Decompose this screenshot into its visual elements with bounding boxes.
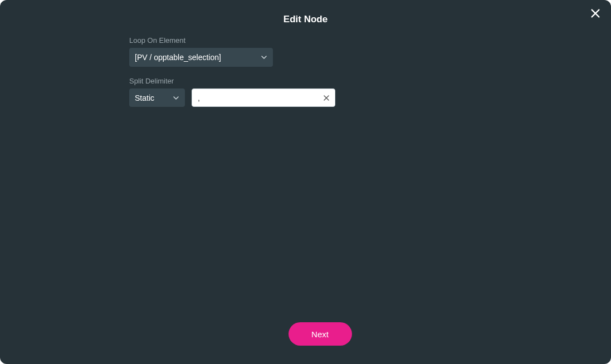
next-button[interactable]: Next: [289, 322, 352, 346]
form-area: Loop On Element [PV / opptable_selection…: [0, 36, 611, 107]
split-delimiter-input[interactable]: [192, 88, 335, 107]
edit-node-modal: Edit Node Loop On Element [PV / opptable…: [0, 0, 611, 364]
split-type-select[interactable]: Static: [129, 88, 185, 107]
close-icon: [323, 95, 330, 101]
split-type-value: Static: [135, 94, 154, 102]
clear-delimiter-button[interactable]: [322, 94, 331, 102]
split-row: Static: [129, 88, 482, 107]
chevron-down-icon: [173, 95, 179, 101]
loop-select-value: [PV / opptable_selection]: [135, 53, 221, 62]
split-field-group: Split Delimiter Static: [129, 77, 482, 107]
close-button[interactable]: [588, 6, 603, 21]
split-label: Split Delimiter: [129, 77, 482, 85]
loop-label: Loop On Element: [129, 36, 482, 45]
loop-field-group: Loop On Element [PV / opptable_selection…: [129, 36, 482, 67]
chevron-down-icon: [261, 54, 267, 61]
split-type-wrap: Static: [129, 88, 185, 107]
delimiter-input-wrap: [192, 88, 335, 107]
loop-on-element-select[interactable]: [PV / opptable_selection]: [129, 48, 273, 67]
close-icon: [589, 7, 602, 19]
modal-title: Edit Node: [0, 14, 611, 25]
loop-select-wrap: [PV / opptable_selection]: [129, 48, 273, 67]
